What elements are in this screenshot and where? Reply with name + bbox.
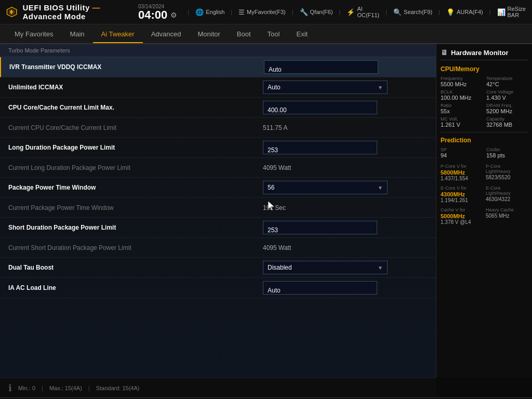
stat-temperature-value: 42°C (486, 81, 528, 87)
aura-label: AURA(F4) (457, 9, 483, 15)
nav-my-favorites[interactable]: My Favorites (6, 26, 61, 42)
cpu-stat-grid: Frequency 5500 MHz Temperature 42°C BCLK… (441, 76, 528, 128)
pred-cache-right-val: 5065 MHz (486, 213, 528, 219)
stat-mc-volt: MC Volt. 1.261 V (441, 116, 482, 128)
resize-label: ReSize BAR (508, 6, 526, 18)
param-label-current-long: Current Long Duration Package Power Limi… (8, 164, 263, 171)
param-label-ia-ac: IA AC Load Line (8, 284, 263, 291)
param-row-current-long: Current Long Duration Package Power Limi… (0, 158, 436, 178)
pred-pcore-freq-label: P-Core V for (441, 164, 483, 169)
stat-dram-freq-label: DRAM Freq. (486, 103, 528, 108)
nav-monitor[interactable]: Monitor (190, 26, 229, 42)
stat-dram-freq-value: 5200 MHz (486, 108, 528, 114)
logo-area: UEFI BIOS Utility — Advanced Mode (6, 3, 132, 21)
param-value-pkg-time: 56 ▼ (263, 181, 428, 194)
stat-sp: SP 94 (441, 147, 482, 158)
search-label: Search(F9) (404, 9, 432, 15)
pred-entry-pcore: P-Core V for 5800MHz 1.437/1.554 P-Core … (441, 164, 528, 181)
panel-divider (441, 132, 528, 132)
param-row-ia-ac: IA AC Load Line Auto (0, 278, 436, 298)
nav-bar: My Favorites Main Ai Tweaker Advanced Mo… (0, 24, 532, 44)
stat-core-voltage-label: Core Voltage (486, 89, 528, 95)
settings-icon[interactable]: ⚙ (170, 11, 177, 19)
nav-exit[interactable]: Exit (288, 26, 316, 42)
panel-title-label: Hardware Monitor (451, 49, 509, 57)
sp-cooler-grid: SP 94 Cooler 158 pts (441, 147, 528, 158)
nav-tool[interactable]: Tool (259, 26, 288, 42)
stat-cooler: Cooler 158 pts (486, 147, 528, 158)
header-top: UEFI BIOS Utility — Advanced Mode 03/14/… (0, 0, 532, 24)
info-icon-circle: ℹ (8, 382, 12, 394)
datetime: 03/14/2024 04:00 ⚙ (138, 4, 177, 21)
favorites-icon: ☰ (238, 8, 245, 16)
nav-boot[interactable]: Boot (229, 26, 259, 42)
ia-ac-input[interactable]: Auto (263, 281, 377, 295)
ai-icon: ⚡ (347, 8, 355, 16)
pred-cache-freq-label: Cache V for (441, 207, 483, 212)
stat-mc-volt-value: 1.261 V (441, 122, 482, 128)
my-favorite-btn[interactable]: ☰ MyFavorite(F3) (238, 8, 286, 16)
pred-pcore-right-val: 5823/5520 (486, 175, 528, 180)
param-label-short-dur: Short Duration Package Power Limit (8, 224, 263, 231)
nav-ai-tweaker[interactable]: Ai Tweaker (93, 26, 143, 43)
param-value-current-long: 4095 Watt (263, 164, 428, 171)
header-info: 03/14/2024 04:00 ⚙ | 🌐 English | ☰ MyFav… (138, 4, 526, 21)
short-dur-input[interactable]: 253 (263, 221, 377, 234)
nav-advanced[interactable]: Advanced (143, 26, 190, 42)
param-label-cpu-core: CPU Core/Cache Current Limit Max. (8, 104, 263, 111)
cpu-core-input[interactable]: 400.00 (263, 101, 377, 114)
chevron-down-icon-2: ▼ (378, 185, 383, 191)
param-row-cpu-core: CPU Core/Cache Current Limit Max. 400.00 (0, 98, 436, 118)
cpu-memory-title: CPU/Memory (441, 65, 528, 73)
prediction-title: Prediction (441, 137, 528, 144)
stat-core-voltage-value: 1.430 V (486, 95, 528, 101)
aura-btn[interactable]: 💡 AURA(F4) (446, 8, 483, 16)
param-row-current-cpu: Current CPU Core/Cache Current Limit 511… (0, 118, 436, 138)
unlimited-select[interactable]: Auto ▼ (263, 81, 388, 94)
pkg-time-select-value: 56 (268, 184, 274, 191)
pred-cache-vals: 1.378 V @L4 (441, 219, 483, 225)
param-label-dual-tau: Dual Tau Boost (8, 264, 263, 271)
dual-tau-select[interactable]: Disabled ▼ (263, 261, 388, 274)
param-label-long-dur: Long Duration Package Power Limit (8, 144, 263, 151)
stat-sp-label: SP (441, 147, 482, 152)
param-value-current-cpu: 511.75 A (263, 124, 428, 131)
stat-capacity: Capacity 32768 MB (486, 116, 528, 128)
fan-icon: 🔧 (300, 8, 308, 16)
pred-pcore-freq: 5800MHz (441, 169, 483, 176)
param-value-cpu-core: 400.00 (263, 101, 428, 114)
qfan-btn[interactable]: 🔧 Qfan(F6) (300, 8, 333, 16)
long-dur-input[interactable]: 253 (263, 141, 377, 154)
stat-ratio-value: 55x (441, 108, 482, 114)
param-value-ia-ac: Auto (263, 281, 428, 295)
param-row-unlimited: Unlimited ICCMAX Auto ▼ (0, 77, 436, 98)
stat-bclk: BCLK 100.00 MHz (441, 89, 482, 101)
favorites-label: MyFavorite(F3) (247, 9, 286, 15)
param-label-ivr: IVR Transmitter VDDQ ICCMAX (9, 63, 264, 71)
resize-bar-btn[interactable]: 📊 ReSize BAR (497, 6, 526, 18)
stat-cooler-label: Cooler (486, 147, 528, 152)
pred-cache-right-label: Heavy Cache (486, 207, 528, 212)
ai-oc-btn[interactable]: ⚡ AI OC(F11) (347, 6, 379, 18)
param-row-current-pkg: Current Package Power Time Window 192 Se… (0, 198, 436, 218)
stat-cooler-value: 158 pts (486, 152, 528, 158)
qfan-label: Qfan(F6) (310, 9, 333, 15)
pred-ecore-right-label: E-Core Light/Heavy (486, 185, 528, 196)
language-label: English (206, 9, 224, 15)
param-row-short-dur: Short Duration Package Power Limit 253 (0, 218, 436, 238)
app-title: UEFI BIOS Utility — Advanced Mode (22, 3, 132, 21)
nav-main[interactable]: Main (61, 26, 92, 42)
pkg-time-select[interactable]: 56 ▼ (263, 181, 388, 194)
dual-tau-select-value: Disabled (268, 264, 292, 271)
param-row-current-short: Current Short Duration Package Power Lim… (0, 238, 436, 258)
param-value-current-short: 4095 Watt (263, 244, 428, 251)
ivr-input[interactable]: Auto (264, 60, 378, 74)
globe-icon: 🌐 (195, 8, 204, 16)
main-layout: Turbo Mode Parameters IVR Transmitter VD… (0, 44, 532, 378)
param-row-dual-tau: Dual Tau Boost Disabled ▼ (0, 258, 436, 278)
search-btn[interactable]: 🔍 Search(F9) (393, 8, 432, 16)
aura-icon: 💡 (446, 8, 455, 16)
search-icon: 🔍 (393, 8, 402, 16)
language-selector[interactable]: 🌐 English (195, 8, 224, 16)
pred-ecore-freq: 4300MHz (441, 191, 483, 197)
